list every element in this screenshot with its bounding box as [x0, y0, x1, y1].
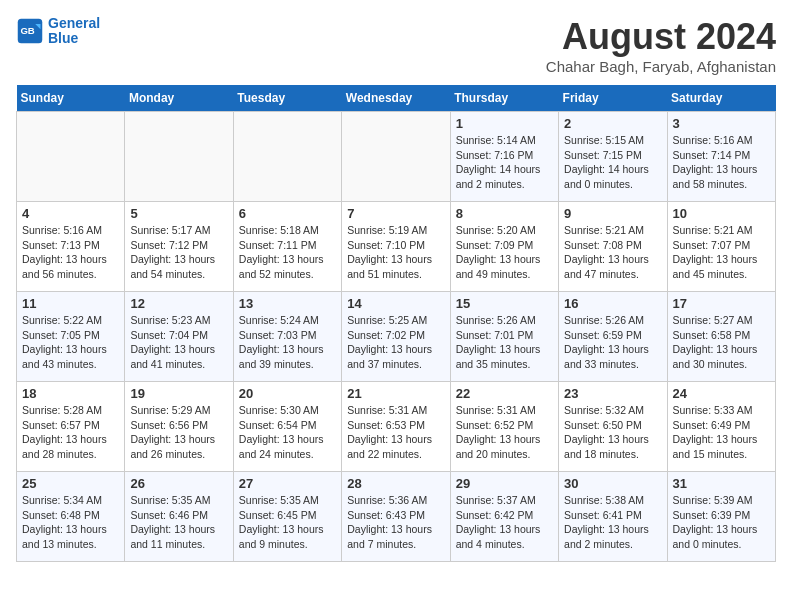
- calendar-table: SundayMondayTuesdayWednesdayThursdayFrid…: [16, 85, 776, 562]
- calendar-cell: 20Sunrise: 5:30 AM Sunset: 6:54 PM Dayli…: [233, 382, 341, 472]
- cell-info: Sunrise: 5:20 AM Sunset: 7:09 PM Dayligh…: [456, 223, 553, 282]
- calendar-cell: 24Sunrise: 5:33 AM Sunset: 6:49 PM Dayli…: [667, 382, 775, 472]
- calendar-cell: 30Sunrise: 5:38 AM Sunset: 6:41 PM Dayli…: [559, 472, 667, 562]
- cell-info: Sunrise: 5:37 AM Sunset: 6:42 PM Dayligh…: [456, 493, 553, 552]
- cell-info: Sunrise: 5:26 AM Sunset: 6:59 PM Dayligh…: [564, 313, 661, 372]
- cell-info: Sunrise: 5:15 AM Sunset: 7:15 PM Dayligh…: [564, 133, 661, 192]
- day-number: 7: [347, 206, 444, 221]
- cell-info: Sunrise: 5:16 AM Sunset: 7:14 PM Dayligh…: [673, 133, 770, 192]
- header-tuesday: Tuesday: [233, 85, 341, 112]
- cell-info: Sunrise: 5:18 AM Sunset: 7:11 PM Dayligh…: [239, 223, 336, 282]
- week-row-5: 25Sunrise: 5:34 AM Sunset: 6:48 PM Dayli…: [17, 472, 776, 562]
- calendar-cell: 29Sunrise: 5:37 AM Sunset: 6:42 PM Dayli…: [450, 472, 558, 562]
- day-number: 15: [456, 296, 553, 311]
- calendar-cell: 7Sunrise: 5:19 AM Sunset: 7:10 PM Daylig…: [342, 202, 450, 292]
- week-row-3: 11Sunrise: 5:22 AM Sunset: 7:05 PM Dayli…: [17, 292, 776, 382]
- cell-info: Sunrise: 5:28 AM Sunset: 6:57 PM Dayligh…: [22, 403, 119, 462]
- calendar-cell: 12Sunrise: 5:23 AM Sunset: 7:04 PM Dayli…: [125, 292, 233, 382]
- header-sunday: Sunday: [17, 85, 125, 112]
- calendar-cell: 6Sunrise: 5:18 AM Sunset: 7:11 PM Daylig…: [233, 202, 341, 292]
- header-monday: Monday: [125, 85, 233, 112]
- page-header: GB General Blue August 2024 Chahar Bagh,…: [16, 16, 776, 75]
- calendar-cell: 27Sunrise: 5:35 AM Sunset: 6:45 PM Dayli…: [233, 472, 341, 562]
- day-number: 21: [347, 386, 444, 401]
- day-number: 31: [673, 476, 770, 491]
- cell-info: Sunrise: 5:39 AM Sunset: 6:39 PM Dayligh…: [673, 493, 770, 552]
- day-number: 30: [564, 476, 661, 491]
- header-thursday: Thursday: [450, 85, 558, 112]
- calendar-cell: 31Sunrise: 5:39 AM Sunset: 6:39 PM Dayli…: [667, 472, 775, 562]
- calendar-cell: 22Sunrise: 5:31 AM Sunset: 6:52 PM Dayli…: [450, 382, 558, 472]
- cell-info: Sunrise: 5:30 AM Sunset: 6:54 PM Dayligh…: [239, 403, 336, 462]
- calendar-cell: [17, 112, 125, 202]
- calendar-cell: 8Sunrise: 5:20 AM Sunset: 7:09 PM Daylig…: [450, 202, 558, 292]
- cell-info: Sunrise: 5:26 AM Sunset: 7:01 PM Dayligh…: [456, 313, 553, 372]
- cell-info: Sunrise: 5:34 AM Sunset: 6:48 PM Dayligh…: [22, 493, 119, 552]
- logo-line1: General: [48, 16, 100, 31]
- logo-icon: GB: [16, 17, 44, 45]
- cell-info: Sunrise: 5:21 AM Sunset: 7:07 PM Dayligh…: [673, 223, 770, 282]
- day-number: 8: [456, 206, 553, 221]
- main-title: August 2024: [546, 16, 776, 58]
- cell-info: Sunrise: 5:31 AM Sunset: 6:52 PM Dayligh…: [456, 403, 553, 462]
- calendar-cell: 21Sunrise: 5:31 AM Sunset: 6:53 PM Dayli…: [342, 382, 450, 472]
- cell-info: Sunrise: 5:14 AM Sunset: 7:16 PM Dayligh…: [456, 133, 553, 192]
- calendar-cell: 9Sunrise: 5:21 AM Sunset: 7:08 PM Daylig…: [559, 202, 667, 292]
- day-number: 14: [347, 296, 444, 311]
- day-number: 18: [22, 386, 119, 401]
- calendar-header-row: SundayMondayTuesdayWednesdayThursdayFrid…: [17, 85, 776, 112]
- day-number: 13: [239, 296, 336, 311]
- day-number: 2: [564, 116, 661, 131]
- cell-info: Sunrise: 5:19 AM Sunset: 7:10 PM Dayligh…: [347, 223, 444, 282]
- cell-info: Sunrise: 5:38 AM Sunset: 6:41 PM Dayligh…: [564, 493, 661, 552]
- day-number: 4: [22, 206, 119, 221]
- day-number: 6: [239, 206, 336, 221]
- day-number: 11: [22, 296, 119, 311]
- day-number: 16: [564, 296, 661, 311]
- cell-info: Sunrise: 5:16 AM Sunset: 7:13 PM Dayligh…: [22, 223, 119, 282]
- calendar-cell: [342, 112, 450, 202]
- logo-line2: Blue: [48, 31, 100, 46]
- week-row-1: 1Sunrise: 5:14 AM Sunset: 7:16 PM Daylig…: [17, 112, 776, 202]
- calendar-body: 1Sunrise: 5:14 AM Sunset: 7:16 PM Daylig…: [17, 112, 776, 562]
- calendar-cell: 11Sunrise: 5:22 AM Sunset: 7:05 PM Dayli…: [17, 292, 125, 382]
- cell-info: Sunrise: 5:17 AM Sunset: 7:12 PM Dayligh…: [130, 223, 227, 282]
- header-wednesday: Wednesday: [342, 85, 450, 112]
- day-number: 26: [130, 476, 227, 491]
- cell-info: Sunrise: 5:33 AM Sunset: 6:49 PM Dayligh…: [673, 403, 770, 462]
- calendar-cell: 17Sunrise: 5:27 AM Sunset: 6:58 PM Dayli…: [667, 292, 775, 382]
- cell-info: Sunrise: 5:23 AM Sunset: 7:04 PM Dayligh…: [130, 313, 227, 372]
- calendar-cell: 13Sunrise: 5:24 AM Sunset: 7:03 PM Dayli…: [233, 292, 341, 382]
- calendar-cell: 23Sunrise: 5:32 AM Sunset: 6:50 PM Dayli…: [559, 382, 667, 472]
- cell-info: Sunrise: 5:24 AM Sunset: 7:03 PM Dayligh…: [239, 313, 336, 372]
- calendar-cell: 26Sunrise: 5:35 AM Sunset: 6:46 PM Dayli…: [125, 472, 233, 562]
- calendar-cell: 2Sunrise: 5:15 AM Sunset: 7:15 PM Daylig…: [559, 112, 667, 202]
- day-number: 22: [456, 386, 553, 401]
- calendar-cell: 15Sunrise: 5:26 AM Sunset: 7:01 PM Dayli…: [450, 292, 558, 382]
- calendar-cell: [125, 112, 233, 202]
- calendar-cell: 4Sunrise: 5:16 AM Sunset: 7:13 PM Daylig…: [17, 202, 125, 292]
- cell-info: Sunrise: 5:36 AM Sunset: 6:43 PM Dayligh…: [347, 493, 444, 552]
- cell-info: Sunrise: 5:31 AM Sunset: 6:53 PM Dayligh…: [347, 403, 444, 462]
- calendar-cell: 14Sunrise: 5:25 AM Sunset: 7:02 PM Dayli…: [342, 292, 450, 382]
- day-number: 29: [456, 476, 553, 491]
- title-section: August 2024 Chahar Bagh, Faryab, Afghani…: [546, 16, 776, 75]
- calendar-cell: 19Sunrise: 5:29 AM Sunset: 6:56 PM Dayli…: [125, 382, 233, 472]
- cell-info: Sunrise: 5:27 AM Sunset: 6:58 PM Dayligh…: [673, 313, 770, 372]
- day-number: 25: [22, 476, 119, 491]
- logo: GB General Blue: [16, 16, 100, 47]
- day-number: 1: [456, 116, 553, 131]
- day-number: 20: [239, 386, 336, 401]
- cell-info: Sunrise: 5:35 AM Sunset: 6:45 PM Dayligh…: [239, 493, 336, 552]
- header-saturday: Saturday: [667, 85, 775, 112]
- subtitle: Chahar Bagh, Faryab, Afghanistan: [546, 58, 776, 75]
- calendar-cell: 16Sunrise: 5:26 AM Sunset: 6:59 PM Dayli…: [559, 292, 667, 382]
- cell-info: Sunrise: 5:21 AM Sunset: 7:08 PM Dayligh…: [564, 223, 661, 282]
- day-number: 12: [130, 296, 227, 311]
- day-number: 10: [673, 206, 770, 221]
- day-number: 19: [130, 386, 227, 401]
- cell-info: Sunrise: 5:25 AM Sunset: 7:02 PM Dayligh…: [347, 313, 444, 372]
- day-number: 5: [130, 206, 227, 221]
- calendar-cell: [233, 112, 341, 202]
- day-number: 28: [347, 476, 444, 491]
